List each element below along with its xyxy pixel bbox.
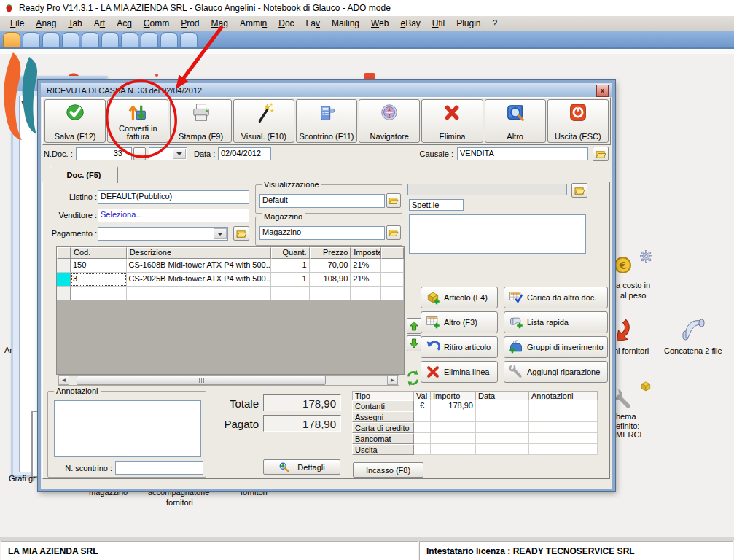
items-grid-hscrollbar[interactable]: ◄ ► — [58, 375, 399, 386]
tab[interactable] — [82, 32, 99, 47]
col-header-quant[interactable]: Quant. — [271, 247, 310, 259]
payment-val-cell[interactable]: € — [414, 400, 431, 411]
payment-data-cell[interactable] — [476, 444, 529, 455]
ndoc-input[interactable]: 33 — [76, 147, 132, 160]
indirizzo-textarea[interactable] — [409, 214, 586, 254]
gruppi-di-inserimento-button[interactable]: Gruppi di inserimento — [504, 336, 608, 358]
cell-prezzo[interactable] — [310, 287, 351, 300]
payment-data-cell[interactable] — [476, 411, 529, 422]
payment-annot-cell[interactable] — [529, 433, 598, 444]
payment-annot-cell[interactable] — [529, 422, 598, 433]
dialog-close-button[interactable]: x — [596, 85, 609, 97]
tab[interactable] — [101, 32, 119, 47]
cell-cod[interactable]: 150 — [71, 259, 127, 273]
pagamento-select[interactable] — [98, 227, 228, 241]
table-row[interactable]: 3 CS-2025B Midi-tower ATX P4 with 500...… — [57, 273, 404, 287]
col-header-cod[interactable]: Cod. — [71, 247, 127, 259]
tab-doc-f5[interactable]: Doc. (F5) — [50, 166, 118, 183]
ndoc-series-select[interactable] — [149, 147, 187, 160]
cell-prezzo[interactable]: 70,00 — [310, 259, 351, 273]
pagamento-folder-button[interactable] — [233, 226, 249, 241]
tab[interactable] — [141, 32, 158, 47]
scroll-icon[interactable] — [680, 318, 706, 344]
move-row-up-button[interactable] — [407, 318, 421, 334]
data-input[interactable]: 02/04/2012 — [218, 147, 271, 160]
ritiro-articolo-button[interactable]: Ritiro articolo — [421, 336, 498, 358]
causale-folder-button[interactable] — [593, 147, 609, 161]
dialog-title-bar[interactable]: RICEVUTA DI CASSA N. 33 del 02/04/2012 — [41, 83, 612, 97]
visualizzazione-folder-button[interactable] — [386, 193, 401, 208]
payment-data-cell[interactable] — [476, 400, 529, 411]
payment-row[interactable]: Carta di credito — [352, 422, 598, 433]
cell-prezzo[interactable]: 108,90 — [310, 273, 351, 287]
payment-importo-cell[interactable]: 178,90 — [431, 400, 476, 411]
annotazioni-textarea[interactable] — [54, 400, 201, 457]
payment-type-cell[interactable]: Bancomat — [352, 433, 414, 444]
nscontrino-input[interactable] — [115, 461, 203, 475]
exit-button[interactable]: Uscita (ESC) — [547, 99, 609, 143]
payment-row[interactable]: Assegni — [352, 411, 598, 422]
col-header-prezzo[interactable]: Prezzo — [310, 247, 351, 259]
menu-item[interactable]: Acq — [111, 17, 138, 30]
articolo-button[interactable]: Articolo (F4) — [421, 287, 498, 308]
euro-coin-icon[interactable]: € — [614, 256, 632, 276]
gear-icon[interactable] — [640, 250, 652, 264]
venditore-input[interactable]: Seleziona... — [98, 209, 249, 222]
payment-type-cell[interactable]: Contanti — [352, 400, 414, 411]
visualizzazione-select[interactable]: Default — [259, 194, 385, 208]
payment-annot-cell[interactable] — [529, 444, 598, 455]
receipt-button[interactable]: Scontrino (F11) — [296, 99, 357, 143]
payment-val-cell[interactable] — [414, 422, 431, 433]
scrollbar-thumb[interactable] — [77, 376, 326, 385]
menu-item[interactable]: Lav — [300, 17, 326, 30]
tab[interactable] — [160, 32, 178, 47]
magazzino-folder-button[interactable] — [386, 225, 401, 240]
payment-val-cell[interactable] — [414, 433, 431, 444]
carica-da-altro-doc-button[interactable]: Carica da altro doc. — [504, 287, 608, 308]
items-grid[interactable]: Cod. Descrizione Quant. Prezzo Imposte 1… — [56, 246, 405, 375]
payment-type-cell[interactable]: Uscita — [352, 444, 414, 455]
tab[interactable] — [23, 32, 40, 47]
cell-quant[interactable]: 1 — [271, 273, 310, 287]
delete-button[interactable]: Elimina — [421, 99, 483, 143]
preview-button[interactable]: Visual. (F10) — [233, 99, 294, 143]
cell-quant[interactable] — [271, 287, 310, 300]
menu-item[interactable]: Plugin — [450, 17, 486, 30]
menu-item[interactable]: Prod — [175, 17, 205, 30]
payment-row[interactable]: Contanti € 178,90 — [352, 400, 598, 411]
cliente-folder-button[interactable] — [571, 183, 587, 198]
menu-item[interactable]: ? — [487, 17, 504, 30]
menu-item[interactable]: Web — [365, 17, 394, 30]
menu-item[interactable]: Art — [88, 17, 111, 30]
elimina-linea-button[interactable]: Elimina linea — [421, 361, 498, 383]
menu-item[interactable]: Tab — [62, 17, 87, 30]
payment-type-cell[interactable]: Assegni — [352, 411, 414, 422]
scroll-left-arrow[interactable]: ◄ — [58, 376, 69, 385]
tab[interactable] — [121, 32, 138, 47]
cell-cod[interactable] — [71, 287, 127, 300]
menu-item[interactable]: Mailing — [326, 17, 365, 30]
payment-val-cell[interactable] — [414, 444, 431, 455]
menu-item[interactable]: Anag — [30, 17, 62, 30]
convert-to-invoice-button[interactable]: Converti in fattura — [107, 99, 168, 143]
cell-descrizione[interactable]: CS-1608B Midi-tower ATX P4 with 500... — [127, 259, 271, 273]
causale-input[interactable]: VENDITA — [457, 147, 588, 160]
payment-importo-cell[interactable] — [431, 422, 476, 433]
lista-rapida-button[interactable]: Lista rapida — [504, 311, 608, 333]
navigator-button[interactable]: Navigatore — [359, 99, 420, 143]
cell-quant[interactable]: 1 — [271, 259, 310, 273]
spettle-input[interactable]: Spett.le — [409, 199, 464, 211]
cell-imposte[interactable] — [351, 287, 381, 300]
payment-type-cell[interactable]: Carta di credito — [352, 422, 414, 433]
payment-data-cell[interactable] — [476, 422, 529, 433]
payment-importo-cell[interactable] — [431, 411, 476, 422]
payment-annot-cell[interactable] — [529, 411, 598, 422]
menu-item[interactable]: Util — [426, 17, 450, 30]
cell-cod[interactable]: 3 — [71, 273, 127, 287]
aggiungi-riparazione-button[interactable]: Aggiungi riparazione — [504, 361, 608, 383]
tab[interactable] — [3, 32, 20, 47]
cell-imposte[interactable]: 21% — [351, 259, 381, 273]
scroll-right-arrow[interactable]: ► — [387, 376, 398, 385]
other-button[interactable]: Altro — [485, 99, 546, 143]
ndoc-spin-button[interactable] — [133, 147, 146, 160]
